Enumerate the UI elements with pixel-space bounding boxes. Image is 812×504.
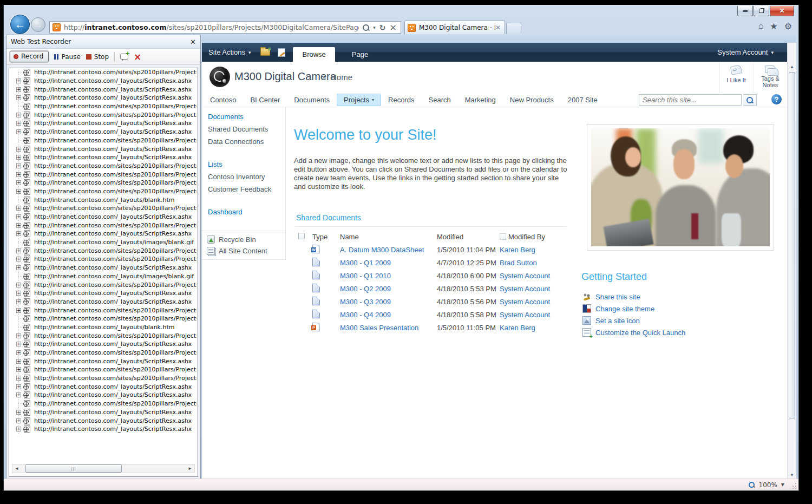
recorded-url-row[interactable]: http://intranet.contoso.com/_layouts/ima… — [9, 238, 198, 247]
recorded-url-row[interactable]: http://intranet.contoso.com/sites/sp2010… — [9, 68, 198, 77]
recorded-url-row[interactable]: +http://intranet.contoso.com/_layouts/Sc… — [9, 357, 198, 365]
recorded-url-row[interactable]: +http://intranet.contoso.com/_layouts/Sc… — [9, 85, 198, 94]
top-nav-records[interactable]: Records — [381, 94, 421, 106]
column-header-type[interactable]: Type — [312, 233, 340, 241]
recorded-url-row[interactable]: http://intranet.contoso.com/_layouts/bla… — [9, 323, 198, 332]
search-go-button[interactable] — [743, 94, 757, 106]
recorded-url-row[interactable]: http://intranet.contoso.com/_layouts/bla… — [9, 195, 198, 204]
stop-icon[interactable]: × — [390, 25, 397, 30]
recorded-url-row[interactable]: +http://intranet.contoso.com/_layouts/Sc… — [9, 153, 198, 162]
column-header-modified-by[interactable]: Modified By — [508, 233, 545, 241]
address-url[interactable]: http://intranet.contoso.com/sites/sp2010… — [64, 23, 359, 31]
expand-plus-icon[interactable]: + — [16, 248, 21, 253]
expand-plus-icon[interactable]: + — [16, 113, 21, 117]
expand-plus-icon[interactable]: + — [16, 384, 21, 389]
getting-started-customize-the-quick-launch[interactable]: Customize the Quick Launch — [582, 326, 685, 338]
quicklaunch-all-site-content[interactable]: All Site Content — [207, 247, 285, 255]
recorded-url-row[interactable]: +http://intranet.contoso.com/_layouts/Sc… — [9, 391, 198, 400]
resize-grip[interactable] — [790, 482, 797, 489]
recorded-url-row[interactable]: +http://intranet.contoso.com/_layouts/Sc… — [9, 340, 198, 349]
scroll-left-icon[interactable]: ◄ — [12, 464, 21, 473]
expand-plus-icon[interactable]: + — [16, 427, 21, 431]
expand-plus-icon[interactable]: + — [16, 308, 21, 313]
getting-started-set-a-site-icon[interactable]: Set a site icon — [582, 315, 685, 326]
document-name-link[interactable]: M300 - Q3 2009 — [340, 298, 391, 306]
forward-button[interactable]: → — [31, 17, 45, 32]
expand-plus-icon[interactable]: + — [16, 418, 21, 423]
recorded-url-row[interactable]: +http://intranet.contoso.com/_layouts/Sc… — [9, 230, 198, 238]
expand-plus-icon[interactable]: + — [16, 410, 21, 415]
recorded-url-row[interactable]: +http://intranet.contoso.com/_layouts/Sc… — [9, 145, 198, 153]
quicklaunch-item-data-connections[interactable]: Data Connections — [208, 138, 285, 146]
i-like-it-button[interactable]: I Like It — [719, 62, 753, 93]
zoom-control[interactable]: 100% ▼ — [749, 481, 784, 489]
edit-page-icon[interactable] — [278, 48, 285, 57]
recorded-url-row[interactable]: http://intranet.contoso.com/sites/sp2010… — [9, 400, 198, 408]
expand-plus-icon[interactable]: + — [16, 189, 21, 194]
expand-plus-icon[interactable]: + — [16, 172, 21, 177]
document-name-link[interactable]: A. Datum M300 DataSheet — [340, 246, 424, 254]
modified-by-link[interactable]: System Account — [500, 311, 550, 319]
quicklaunch-header-dashboard[interactable]: Dashboard — [208, 208, 285, 216]
recorded-url-row[interactable]: http://intranet.contoso.com/sites/sp2010… — [9, 136, 198, 145]
refresh-icon[interactable]: ↻ — [379, 23, 386, 32]
expand-plus-icon[interactable]: + — [16, 129, 21, 134]
shared-documents-link[interactable]: Shared Documents — [296, 213, 361, 222]
expand-plus-icon[interactable]: + — [16, 283, 21, 287]
modified-by-checkbox[interactable] — [500, 233, 506, 240]
expand-plus-icon[interactable]: + — [16, 265, 21, 270]
modified-by-link[interactable]: System Account — [500, 298, 550, 306]
ribbon-tab-page[interactable]: Page — [343, 47, 377, 62]
getting-started-change-site-theme[interactable]: Change site theme — [582, 303, 685, 315]
expand-plus-icon[interactable]: + — [16, 206, 21, 211]
column-header-name[interactable]: Name — [340, 233, 437, 241]
recorded-url-row[interactable]: +http://intranet.contoso.com/sites/sp201… — [9, 374, 198, 383]
scrollbar-thumb[interactable]: ||| — [25, 464, 122, 473]
recorded-url-row[interactable]: +http://intranet.contoso.com/sites/sp201… — [9, 221, 198, 230]
expand-plus-icon[interactable]: + — [16, 231, 21, 236]
getting-started-share-this-site[interactable]: Share this site — [582, 291, 685, 303]
expand-plus-icon[interactable]: + — [16, 257, 21, 261]
recorded-url-row[interactable]: +http://intranet.contoso.com/_layouts/Sc… — [9, 128, 198, 136]
recorded-url-row[interactable]: http://intranet.contoso.com/sites/sp2010… — [9, 315, 198, 323]
column-header-modified[interactable]: Modified — [437, 233, 500, 241]
tags-notes-button[interactable]: Tags &Notes — [753, 62, 787, 93]
recorded-url-row[interactable]: +http://intranet.contoso.com/sites/sp201… — [9, 331, 198, 340]
site-actions-menu[interactable]: Site Actions ▾ — [206, 48, 253, 56]
recorded-url-row[interactable]: +http://intranet.contoso.com/_layouts/Sc… — [9, 382, 198, 391]
expand-plus-icon[interactable]: + — [16, 359, 21, 364]
recorded-url-row[interactable]: +http://intranet.contoso.com/sites/sp201… — [9, 162, 198, 171]
top-nav-new-products[interactable]: New Products — [503, 94, 561, 106]
expand-plus-icon[interactable]: + — [16, 333, 21, 338]
top-nav-contoso[interactable]: Contoso — [203, 94, 243, 106]
top-nav-projects[interactable]: Projects▾ — [337, 94, 381, 106]
expand-plus-icon[interactable]: + — [16, 78, 21, 83]
recorded-url-row[interactable]: +http://intranet.contoso.com/sites/sp201… — [9, 204, 198, 213]
document-name-link[interactable]: M300 Sales Presentation — [340, 324, 418, 332]
recorded-url-row[interactable]: +http://intranet.contoso.com/_layouts/Sc… — [9, 119, 198, 128]
close-button[interactable]: ✕ — [770, 6, 794, 16]
recorded-url-row[interactable]: http://intranet.contoso.com/sites/sp2010… — [9, 102, 198, 111]
quicklaunch-header-lists[interactable]: Lists — [208, 160, 285, 168]
recorded-url-row[interactable]: +http://intranet.contoso.com/sites/sp201… — [9, 246, 198, 255]
scroll-right-icon[interactable]: ► — [186, 464, 194, 473]
recorded-requests-list[interactable]: http://intranet.contoso.com/sites/sp2010… — [9, 68, 198, 477]
recorded-url-row[interactable]: +http://intranet.contoso.com/sites/sp201… — [9, 170, 198, 179]
quicklaunch-item-customer-feedback[interactable]: Customer Feedback — [208, 185, 285, 193]
recorded-url-row[interactable]: +http://intranet.contoso.com/sites/sp201… — [9, 365, 198, 374]
recorded-url-row[interactable]: +http://intranet.contoso.com/_layouts/Sc… — [9, 298, 198, 306]
expand-plus-icon[interactable]: + — [16, 147, 21, 152]
expand-plus-icon[interactable]: + — [16, 95, 21, 100]
stop-button[interactable]: Stop — [86, 53, 109, 61]
recorded-url-row[interactable]: +http://intranet.contoso.com/sites/sp201… — [9, 349, 198, 357]
expand-plus-icon[interactable]: + — [16, 376, 21, 381]
modified-by-link[interactable]: System Account — [500, 285, 550, 293]
vertical-scrollbar[interactable]: ▲ ▼ — [787, 43, 796, 480]
modified-by-link[interactable]: Karen Berg — [500, 246, 535, 254]
expand-plus-icon[interactable]: + — [16, 121, 21, 126]
site-logo[interactable] — [209, 67, 230, 87]
document-name-link[interactable]: M300 - Q1 2010 — [340, 272, 391, 280]
delete-icon[interactable]: × — [134, 54, 141, 60]
recorder-close-icon[interactable]: ✕ — [190, 38, 196, 46]
recorded-url-row[interactable]: +http://intranet.contoso.com/sites/sp201… — [9, 255, 198, 264]
